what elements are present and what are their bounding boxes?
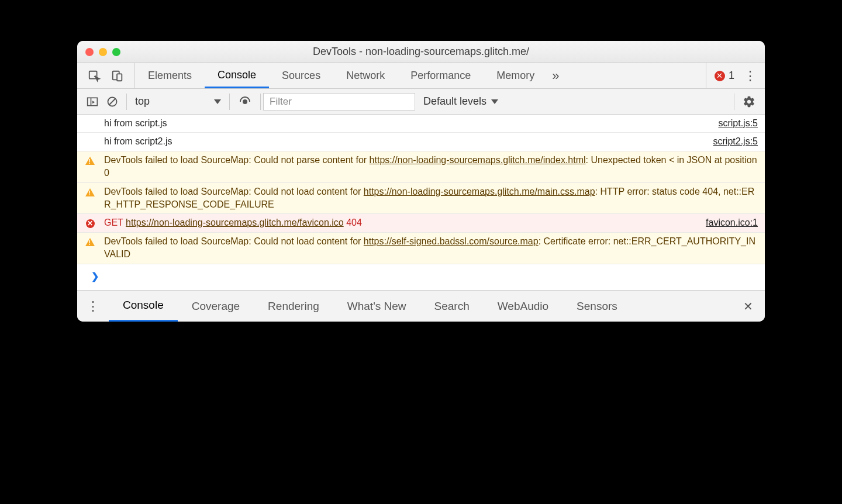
console-message[interactable]: DevTools failed to load SourceMap: Could… bbox=[104, 154, 758, 180]
drawer-menu-icon[interactable]: ⋮ bbox=[77, 291, 109, 322]
live-expression-icon[interactable] bbox=[238, 95, 252, 109]
console-message[interactable]: hi from script2.js bbox=[104, 135, 704, 148]
error-count: 1 bbox=[729, 70, 734, 82]
drawer-close-icon[interactable]: ✕ bbox=[731, 291, 765, 322]
source-link[interactable]: https://non-loading-sourcemaps.glitch.me… bbox=[126, 218, 344, 227]
console-message[interactable]: DevTools failed to load SourceMap: Could… bbox=[104, 235, 758, 261]
tab-memory[interactable]: Memory bbox=[484, 63, 547, 88]
source-location[interactable]: script2.js:5 bbox=[708, 135, 758, 148]
device-toggle-icon[interactable] bbox=[111, 70, 124, 82]
source-location[interactable]: favicon.ico:1 bbox=[700, 216, 758, 229]
tab-performance[interactable]: Performance bbox=[398, 63, 484, 88]
inspect-icon[interactable] bbox=[88, 70, 101, 82]
drawer-tab-sensors[interactable]: Sensors bbox=[563, 291, 632, 322]
console-message[interactable]: GET https://non-loading-sourcemaps.glitc… bbox=[104, 216, 696, 229]
console-log: hi from script.jsscript.js:5hi from scri… bbox=[77, 115, 765, 290]
drawer-tab-console[interactable]: Console bbox=[109, 291, 178, 322]
console-message[interactable]: hi from script.js bbox=[104, 117, 709, 130]
console-row: hi from script.jsscript.js:5 bbox=[77, 115, 765, 133]
overflow-tabs-icon[interactable]: » bbox=[552, 68, 559, 84]
error-badge[interactable]: ✕ 1 bbox=[715, 70, 734, 82]
svg-rect-2 bbox=[117, 74, 122, 81]
zoom-window-icon[interactable] bbox=[112, 48, 120, 56]
tab-console[interactable]: Console bbox=[205, 63, 269, 88]
console-prompt[interactable]: ❯ bbox=[77, 264, 765, 288]
devtools-window: DevTools - non-loading-sourcemaps.glitch… bbox=[77, 41, 765, 322]
console-row: ✕GET https://non-loading-sourcemaps.glit… bbox=[77, 214, 765, 232]
console-settings-icon[interactable] bbox=[737, 95, 761, 108]
drawer-tab-what-s-new[interactable]: What's New bbox=[333, 291, 420, 322]
console-toolbar: top Default levels bbox=[77, 89, 765, 115]
sidebar-toggle-icon[interactable] bbox=[87, 96, 98, 108]
chevron-down-icon bbox=[214, 99, 221, 104]
source-link[interactable]: https://non-loading-sourcemaps.glitch.me… bbox=[370, 155, 586, 165]
chevron-down-icon bbox=[491, 99, 498, 104]
source-link[interactable]: https://non-loading-sourcemaps.glitch.me… bbox=[364, 187, 595, 196]
tab-elements[interactable]: Elements bbox=[135, 63, 205, 88]
titlebar: DevTools - non-loading-sourcemaps.glitch… bbox=[77, 41, 765, 63]
svg-point-5 bbox=[243, 99, 247, 104]
drawer-tab-webaudio[interactable]: WebAudio bbox=[484, 291, 563, 322]
context-selector[interactable]: top bbox=[135, 95, 221, 108]
main-tabbar: ElementsConsoleSourcesNetworkPerformance… bbox=[77, 63, 765, 89]
error-icon: ✕ bbox=[86, 219, 95, 228]
prompt-chevron-icon: ❯ bbox=[91, 270, 99, 283]
close-window-icon[interactable] bbox=[85, 48, 94, 56]
context-label: top bbox=[135, 95, 150, 108]
kebab-menu-icon[interactable]: ⋮ bbox=[744, 68, 757, 84]
traffic-lights bbox=[77, 48, 120, 56]
source-link[interactable]: https://self-signed.badssl.com/source.ma… bbox=[364, 236, 539, 246]
console-row: DevTools failed to load SourceMap: Could… bbox=[77, 233, 765, 264]
minimize-window-icon[interactable] bbox=[99, 48, 107, 56]
filter-input[interactable] bbox=[263, 93, 415, 111]
tab-sources[interactable]: Sources bbox=[269, 63, 333, 88]
warning-icon bbox=[85, 188, 95, 196]
clear-console-icon[interactable] bbox=[106, 96, 118, 108]
drawer-tab-coverage[interactable]: Coverage bbox=[178, 291, 254, 322]
warning-icon bbox=[85, 157, 95, 165]
window-title: DevTools - non-loading-sourcemaps.glitch… bbox=[77, 46, 765, 58]
levels-label: Default levels bbox=[423, 95, 486, 108]
console-row: hi from script2.jsscript2.js:5 bbox=[77, 133, 765, 151]
console-message[interactable]: DevTools failed to load SourceMap: Could… bbox=[104, 185, 758, 212]
warning-icon bbox=[85, 238, 95, 246]
drawer-tabbar: ⋮ ConsoleCoverageRenderingWhat's NewSear… bbox=[77, 290, 765, 322]
log-levels-selector[interactable]: Default levels bbox=[415, 95, 506, 108]
console-row: DevTools failed to load SourceMap: Could… bbox=[77, 183, 765, 215]
source-location[interactable]: script.js:5 bbox=[712, 117, 758, 130]
console-row: DevTools failed to load SourceMap: Could… bbox=[77, 151, 765, 183]
drawer-tab-search[interactable]: Search bbox=[420, 291, 484, 322]
tab-network[interactable]: Network bbox=[333, 63, 398, 88]
error-icon: ✕ bbox=[715, 71, 725, 81]
drawer-tab-rendering[interactable]: Rendering bbox=[254, 291, 333, 322]
